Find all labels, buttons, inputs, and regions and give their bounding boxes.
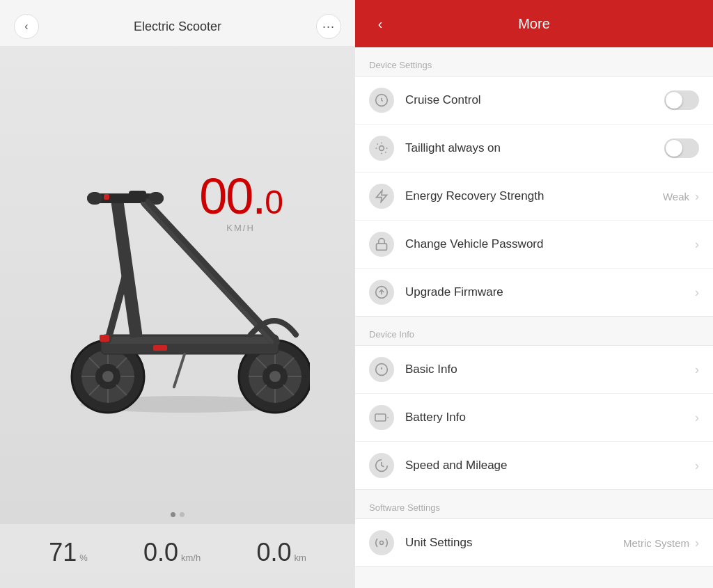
speed-mileage-chevron: › [695, 459, 699, 473]
current-speed-unit: km/h [181, 553, 201, 563]
upgrade-firmware-icon [369, 280, 394, 305]
svg-line-36 [174, 354, 185, 387]
svg-point-56 [380, 541, 384, 545]
software-settings-group: Unit Settings Metric System › [355, 518, 713, 567]
cruise-control-toggle-thumb [666, 92, 682, 109]
speed-mileage-content: Speed and Mileage › [405, 459, 699, 473]
energy-recovery-content: Energy Recovery Strength Weak › [405, 189, 699, 204]
cruise-control-icon [369, 88, 394, 113]
unit-settings-label: Unit Settings [405, 536, 472, 550]
cruise-control-item[interactable]: Cruise Control [355, 77, 713, 125]
upgrade-firmware-label: Upgrade Firmware [405, 285, 503, 299]
more-button[interactable]: ··· [316, 14, 341, 39]
svg-rect-26 [104, 337, 275, 344]
svg-rect-54 [375, 414, 386, 421]
basic-info-item[interactable]: Basic Info › [355, 346, 713, 394]
battery-info-label: Battery Info [405, 411, 466, 424]
battery-stat: 71 % [49, 538, 88, 567]
speed-mileage-label: Speed and Mileage [405, 459, 508, 472]
svg-point-16 [269, 371, 281, 382]
change-password-item[interactable]: Change Vehicle Password › [355, 221, 713, 269]
basic-info-content: Basic Info › [405, 363, 699, 377]
battery-info-right: › [695, 411, 699, 425]
basic-info-right: › [695, 363, 699, 377]
dot-2 [180, 512, 185, 517]
taillight-toggle-thumb [666, 140, 682, 157]
left-back-button[interactable]: ‹ [14, 14, 39, 39]
left-panel: ‹ Electric Scooter ··· [0, 0, 355, 588]
basic-info-label: Basic Info [405, 363, 457, 376]
taillight-toggle[interactable] [664, 138, 699, 158]
speed-mileage-icon [369, 453, 394, 478]
taillight-label: Taillight always on [405, 141, 501, 155]
upgrade-firmware-right: › [695, 285, 699, 300]
energy-recovery-icon [369, 184, 394, 209]
unit-settings-value: Metric System [623, 537, 689, 549]
energy-recovery-item[interactable]: Energy Recovery Strength Weak › [355, 173, 713, 221]
right-panel: ‹ More Device Settings Cruise Control [355, 0, 713, 588]
left-title: Electric Scooter [134, 19, 221, 34]
change-password-content: Change Vehicle Password › [405, 237, 699, 252]
svg-rect-37 [129, 191, 146, 202]
speed-mileage-right: › [695, 459, 699, 473]
scooter-area: 00.0 KM/H [0, 46, 355, 505]
speed-mileage-item[interactable]: Speed and Mileage › [355, 442, 713, 489]
svg-rect-30 [87, 192, 102, 205]
left-header: ‹ Electric Scooter ··· [0, 0, 355, 46]
svg-rect-38 [100, 335, 109, 342]
bottom-stats: 71 % 0.0 km/h 0.0 km [0, 524, 355, 588]
svg-rect-27 [153, 345, 167, 351]
svg-point-40 [379, 146, 384, 151]
taillight-content: Taillight always on [405, 138, 699, 158]
taillight-right [664, 138, 699, 158]
change-password-icon [369, 232, 394, 257]
unit-settings-item[interactable]: Unit Settings Metric System › [355, 519, 713, 566]
distance-value: 0.0 [256, 538, 291, 567]
speed-display: 00.0 KM/H [199, 171, 282, 233]
energy-recovery-value: Weak [663, 191, 689, 202]
svg-marker-47 [377, 191, 387, 202]
upgrade-firmware-content: Upgrade Firmware › [405, 285, 699, 300]
battery-unit: % [79, 553, 88, 563]
battery-info-icon [369, 405, 394, 430]
current-speed-value: 0.0 [143, 538, 178, 567]
svg-line-43 [377, 144, 378, 145]
cruise-control-toggle[interactable] [664, 90, 699, 110]
cruise-control-label: Cruise Control [405, 93, 481, 107]
dot-1 [171, 512, 175, 517]
energy-recovery-chevron: › [695, 189, 699, 204]
basic-info-icon [369, 357, 394, 382]
svg-line-44 [385, 152, 386, 152]
distance-stat: 0.0 km [256, 538, 306, 567]
battery-info-item[interactable]: Battery Info › [355, 394, 713, 442]
unit-settings-content: Unit Settings Metric System › [405, 536, 699, 550]
energy-recovery-right: Weak › [663, 189, 699, 204]
change-password-chevron: › [695, 237, 699, 252]
energy-recovery-label: Energy Recovery Strength [405, 189, 544, 203]
device-settings-group: Cruise Control Taillight always on [355, 76, 713, 317]
scooter-container: 00.0 KM/H [45, 129, 310, 422]
speed-value: 00.0 [199, 171, 282, 221]
device-info-label: Device Info [355, 317, 713, 345]
taillight-item[interactable]: Taillight always on [355, 125, 713, 173]
right-back-button[interactable]: ‹ [369, 13, 391, 35]
unit-settings-chevron: › [695, 536, 699, 550]
upgrade-firmware-item[interactable]: Upgrade Firmware › [355, 269, 713, 316]
software-settings-label: Software Settings [355, 490, 713, 518]
change-password-right: › [695, 237, 699, 252]
svg-rect-48 [377, 244, 387, 250]
page-dots [0, 505, 355, 524]
device-info-group: Basic Info › Battery Info › [355, 345, 713, 490]
device-settings-label: Device Settings [355, 47, 713, 76]
basic-info-chevron: › [695, 363, 699, 377]
upgrade-firmware-chevron: › [695, 285, 699, 300]
change-password-label: Change Vehicle Password [405, 237, 543, 251]
taillight-icon [369, 136, 394, 161]
unit-settings-right: Metric System › [623, 536, 699, 550]
battery-value: 71 [49, 538, 77, 567]
battery-info-content: Battery Info › [405, 411, 699, 425]
battery-info-chevron: › [695, 411, 699, 425]
svg-rect-32 [104, 194, 109, 200]
unit-settings-icon [369, 530, 394, 555]
svg-line-35 [108, 276, 125, 340]
